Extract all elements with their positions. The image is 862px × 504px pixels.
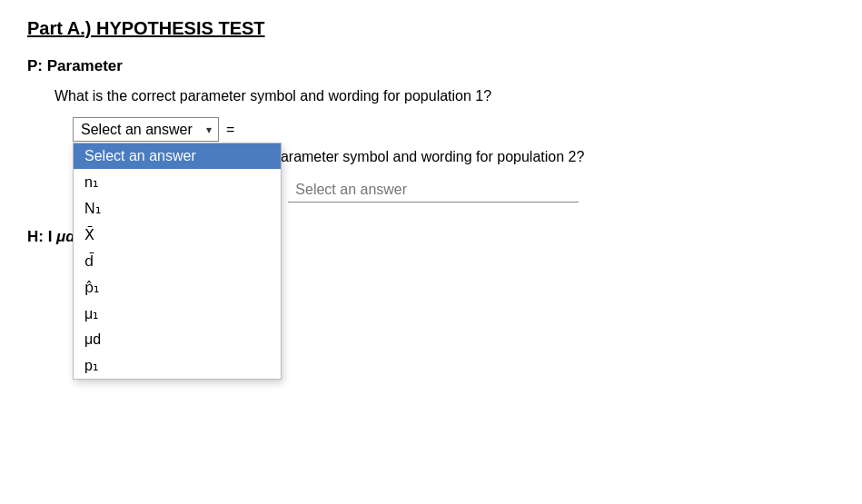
dropdown-item-N1[interactable]: N₁	[74, 195, 281, 222]
dropdown-item-mud[interactable]: μd	[74, 327, 281, 352]
main-container: Part A.) HYPOTHESIS TEST P: Parameter Wh…	[27, 18, 835, 246]
select-row-2: =	[272, 178, 835, 203]
equals-sign-1: =	[226, 122, 234, 138]
question1-text: What is the correct parameter symbol and…	[54, 88, 835, 104]
page-title: Part A.) HYPOTHESIS TEST	[27, 18, 835, 39]
dropdown2-input[interactable]	[288, 178, 579, 203]
dropdown-item-dbar[interactable]: d̄	[74, 248, 281, 274]
select-row-1: Select an answer n₁ N₁ X̄ d̄ p̂₁ μ₁ μd p…	[73, 117, 835, 142]
dropdown-item-xbar[interactable]: X̄	[74, 222, 281, 248]
dropdown1-select[interactable]: Select an answer n₁ N₁ X̄ d̄ p̂₁ μ₁ μd p…	[73, 117, 219, 142]
dropdown1-row: Select an answer n₁ N₁ X̄ d̄ p̂₁ μ₁ μd p…	[27, 117, 835, 142]
question2-text: parameter symbol and wording for populat…	[272, 149, 835, 165]
dropdown-item-select-answer[interactable]: Select an answer	[74, 143, 281, 169]
dropdown-item-mu1[interactable]: μ₁	[74, 301, 281, 327]
h-label: H: I	[27, 228, 56, 245]
dropdown-item-n1[interactable]: n₁	[74, 169, 281, 195]
section-p-label: P: Parameter	[27, 57, 835, 75]
select-wrapper-1: Select an answer n₁ N₁ X̄ d̄ p̂₁ μ₁ μd p…	[73, 117, 219, 142]
dropdown1-open-list: Select an answer n₁ N₁ X̄ d̄ p̂₁ μ₁ μd p…	[73, 143, 282, 380]
dropdown-item-phat1[interactable]: p̂₁	[74, 274, 281, 301]
dropdown-item-p1[interactable]: p₁	[74, 352, 281, 379]
